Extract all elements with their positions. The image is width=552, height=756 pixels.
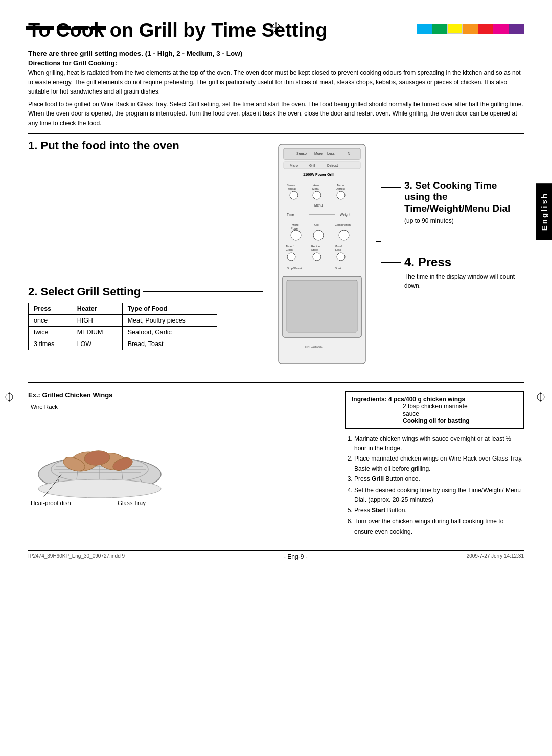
instructions-list: Marinate chicken wings with sauce overni… [345, 434, 524, 537]
instruction-4: Set the desired cooking time by using th… [354, 486, 524, 506]
table-row: once HIGH Meat, Poultry pieces [29, 314, 217, 326]
table-header-heater: Heater [72, 303, 122, 314]
svg-point-31 [337, 191, 345, 199]
ingredients-item-0: 2 tbsp chicken marinate [352, 403, 468, 410]
svg-point-48 [313, 253, 321, 261]
svg-text:Menu: Menu [312, 187, 319, 190]
instruction-2: Place marinated chicken wings on Wire Ra… [354, 454, 524, 474]
svg-point-28 [313, 191, 321, 199]
step3-subtext: (up to 90 minutes) [404, 217, 524, 224]
step2-connector-line [143, 291, 263, 292]
intro-paragraph1: When grilling, heat is radiated from the… [28, 68, 524, 97]
svg-text:More/: More/ [335, 245, 342, 248]
svg-text:Grill: Grill [314, 223, 319, 226]
instruction-6: Turn over the chicken wings during half … [354, 517, 524, 537]
svg-text:More: More [314, 152, 323, 155]
table-row: twice MEDIUM Seafood, Garlic [29, 326, 217, 338]
example-heading: Ex.: Grilled Chicken Wings [28, 391, 332, 399]
page-title: To Cook on Grill by Time Setting [28, 19, 524, 41]
svg-rect-55 [287, 280, 357, 332]
ingredients-box: Ingredients: 4 pcs/400 g chicken wings 2… [345, 391, 524, 429]
svg-point-45 [287, 253, 295, 261]
table-header-food: Type of Food [122, 303, 217, 314]
example-section: Ex.: Grilled Chicken Wings Wire Rack [28, 391, 332, 506]
instruction-1: Marinate chicken wings with sauce overni… [354, 434, 524, 454]
svg-text:Reheat: Reheat [287, 187, 296, 190]
svg-point-42 [339, 230, 349, 240]
svg-text:Sensor: Sensor [296, 152, 308, 155]
steps-3-4: 3. Set Cooking Time using the Time/Weigh… [381, 139, 524, 290]
svg-text:Recipe: Recipe [311, 245, 320, 248]
english-tab: English [536, 183, 552, 240]
step4-connector [381, 262, 401, 263]
svg-point-51 [337, 253, 345, 261]
table-row: 3 times LOW Bread, Toast [29, 338, 217, 350]
svg-point-38 [291, 230, 301, 240]
registration-mark-right [536, 392, 546, 403]
directions-header: Directions for Grill Cooking: [28, 59, 524, 67]
svg-text:Sensor: Sensor [287, 184, 296, 187]
step3-connector [381, 187, 401, 188]
svg-text:Less: Less [327, 152, 335, 155]
svg-text:Weight: Weight [340, 213, 350, 217]
ingredients-item-1: sauce [352, 410, 419, 417]
svg-text:Less: Less [335, 248, 341, 251]
chicken-illustration: Wire Rack [28, 404, 181, 506]
registration-mark-left [4, 392, 14, 403]
svg-text:1100W Power Grill: 1100W Power Grill [303, 173, 334, 176]
svg-text:Turbo: Turbo [337, 184, 344, 187]
svg-text:Defrost: Defrost [327, 164, 338, 167]
label-heatproof: Heat-proof dish [31, 500, 71, 506]
step1-heading: 1. Put the food into the oven [28, 139, 263, 152]
grill-modes-header: There are three grill setting modes. (1 … [28, 50, 524, 57]
svg-text:Store: Store [311, 248, 318, 251]
ingredients-instructions: Ingredients: 4 pcs/400 g chicken wings 2… [345, 391, 524, 537]
instruction-3: Press Grill Button once. [354, 474, 524, 485]
svg-text:Combination: Combination [335, 223, 351, 226]
instruction-5: Press Start Button. [354, 506, 524, 516]
svg-point-25 [290, 191, 298, 199]
svg-text:Power: Power [291, 227, 299, 230]
svg-text:Micro: Micro [292, 223, 298, 226]
svg-text:NN-GD579S: NN-GD579S [305, 345, 323, 348]
step2-heading: 2. Select Grill Setting [28, 285, 141, 299]
svg-text:Defrost: Defrost [336, 187, 345, 190]
oven-diagram: Sensor More Less N Micro Grill Defrost 1… [268, 139, 376, 374]
footer-left: IP2474_39H60KP_Eng_30_090727.indd 9 [28, 553, 125, 560]
svg-text:Auto: Auto [313, 184, 319, 187]
svg-text:Start: Start [335, 267, 341, 270]
ingredients-item-2: Cooking oil for basting [352, 417, 470, 424]
divider-2 [28, 382, 524, 383]
label-glasstray: Glass Tray [118, 500, 146, 506]
divider-1 [28, 133, 524, 134]
step3-heading: 3. Set Cooking Time using the Time/Weigh… [404, 180, 524, 215]
svg-text:Micro: Micro [290, 164, 298, 167]
step4-heading: 4. Press [404, 255, 524, 269]
footer-center: - Eng-9 - [284, 553, 308, 560]
svg-text:Stop/Reset: Stop/Reset [287, 267, 302, 270]
grill-table: Press Heater Type of Food once HIGH Meat… [28, 303, 217, 350]
svg-text:Time: Time [287, 213, 294, 216]
svg-text:Timer/: Timer/ [286, 245, 294, 248]
table-header-press: Press [29, 303, 72, 314]
svg-text:N: N [348, 152, 350, 155]
step2-section: 2. Select Grill Setting Press Heater Typ… [28, 285, 263, 350]
svg-text:Grill: Grill [309, 164, 315, 167]
intro-paragraph2: Place food to be grilled on Wire Rack in… [28, 100, 524, 128]
ingredients-header: Ingredients: 4 pcs/400 g chicken wings [352, 396, 465, 403]
svg-point-72 [38, 479, 161, 498]
step4-subtext: The time in the display window will coun… [404, 272, 524, 290]
svg-text:Menu: Menu [314, 203, 323, 207]
svg-text:Clock: Clock [286, 248, 293, 251]
svg-point-40 [313, 230, 324, 240]
footer-right: 2009-7-27 Jerry 14:12:31 [467, 553, 524, 560]
footer: IP2474_39H60KP_Eng_30_090727.indd 9 - En… [28, 550, 524, 560]
step3-line-h [376, 241, 381, 242]
label-wirerack: Wire Rack [31, 404, 58, 410]
